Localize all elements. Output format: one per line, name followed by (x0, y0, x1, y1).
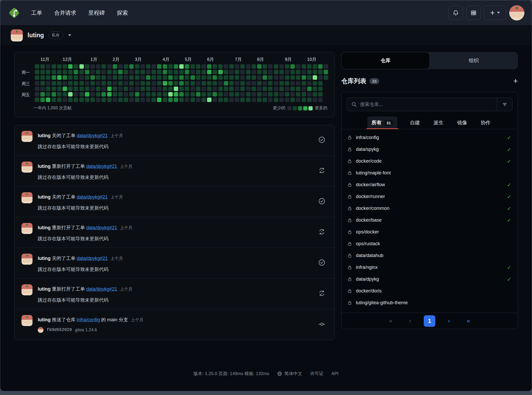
heatmap-cell (63, 81, 67, 86)
heatmap-cell (40, 98, 45, 102)
add-repo-button[interactable]: + (513, 77, 518, 85)
heatmap-cell (57, 98, 62, 102)
heatmap-cell (290, 75, 295, 80)
sidebar-tab-organizations[interactable]: 组织 (430, 52, 518, 69)
heatmap-cell (113, 81, 117, 86)
actor-avatar[interactable] (21, 284, 32, 295)
repo-list-item[interactable]: data/dpykg✓ (341, 273, 518, 285)
heatmap-cell (46, 75, 50, 80)
heatmap-cell (146, 64, 150, 69)
nav-item-0[interactable]: 工单 (31, 9, 42, 17)
repo-list-item[interactable]: infra/nginx✓ (341, 261, 518, 273)
heatmap-cell (246, 92, 251, 97)
heatmap-cell (129, 70, 134, 74)
entry-time: 上个月 (109, 256, 123, 261)
pagination-next-button[interactable]: › (443, 315, 455, 327)
actor-avatar[interactable] (21, 162, 32, 173)
notifications-button[interactable] (448, 6, 463, 20)
repo-name: luting/maple-font (356, 170, 391, 176)
nav-item-3[interactable]: 探索 (117, 9, 128, 17)
repo-filter-button[interactable] (497, 98, 512, 111)
issue-link[interactable]: data/dpykg#21 (86, 225, 117, 230)
actor-name[interactable]: luting (38, 286, 51, 292)
heatmap-cell (185, 87, 189, 91)
issue-link[interactable]: data/dpykg#21 (86, 164, 117, 169)
heatmap-cell (101, 64, 106, 69)
nav-item-2[interactable]: 里程碑 (88, 9, 105, 17)
repo-filter-2[interactable]: 派生 (432, 116, 444, 129)
issue-link[interactable]: data/dpykg#21 (86, 286, 117, 292)
legend-more-label: 更多的 (315, 105, 327, 111)
repo-list-item[interactable]: docker/airflow✓ (341, 179, 518, 191)
actor-avatar[interactable] (21, 192, 32, 203)
heatmap-cell (135, 87, 139, 91)
feed-entry-title: luting 重新打开了工单 data/dpykg#21 上个月 (38, 225, 133, 231)
actor-name[interactable]: luting (38, 256, 51, 261)
heatmap-cell (318, 92, 323, 97)
heatmap-cell (179, 98, 184, 102)
heatmap-cell (113, 92, 117, 97)
gitea-logo-icon[interactable] (8, 6, 21, 19)
repo-link[interactable]: infra/config (77, 317, 100, 322)
actor-name[interactable]: luting (38, 164, 51, 169)
heatmap-cell (196, 64, 200, 69)
repo-list-item[interactable]: docker/base✓ (341, 214, 518, 226)
repo-list-item[interactable]: ops/rustack (341, 238, 518, 250)
repo-list-item[interactable]: infra/config✓ (341, 132, 518, 143)
repo-list-item[interactable]: docker/code✓ (341, 155, 518, 167)
heatmap-cell (218, 75, 223, 80)
issue-link[interactable]: data/dpykg#21 (77, 194, 108, 200)
repo-list-item[interactable]: luting/maple-font (341, 167, 518, 179)
nav-item-1[interactable]: 合并请求 (54, 9, 76, 17)
repo-list-item[interactable]: data/spykg✓ (341, 143, 518, 155)
actor-name[interactable]: luting (38, 317, 51, 322)
actor-name[interactable]: luting (38, 225, 51, 230)
heatmap-cell (207, 81, 211, 86)
repo-filter-4[interactable]: 协作 (480, 116, 492, 129)
actor-avatar[interactable] (21, 315, 32, 326)
repo-filter-0[interactable]: 所有31 (367, 116, 398, 129)
repo-list-item[interactable]: luting/gitea-github-theme (341, 297, 518, 309)
heatmap-cell (213, 92, 217, 97)
pagination-current-page[interactable]: 1 (424, 315, 435, 327)
license-link[interactable]: 许可证 (310, 371, 323, 377)
create-new-button[interactable]: + (484, 6, 506, 20)
actor-name[interactable]: luting (38, 194, 51, 200)
issue-link[interactable]: data/dpykg#21 (77, 256, 108, 261)
actor-avatar[interactable] (21, 131, 32, 142)
repo-search-input[interactable] (360, 102, 497, 107)
repo-list-item[interactable]: docker/common✓ (341, 202, 518, 214)
profile-avatar[interactable] (11, 29, 23, 41)
heatmap-month-label: 12月 (63, 56, 72, 62)
actor-avatar[interactable] (21, 254, 32, 265)
language-switcher[interactable]: 简体中文 (277, 371, 302, 377)
heatmap-cell (124, 92, 128, 97)
sidebar-tab-repositories[interactable]: 仓库 (341, 52, 430, 69)
api-link[interactable]: API (331, 371, 338, 376)
user-avatar[interactable] (509, 5, 524, 20)
heatmap-cell (85, 70, 89, 74)
repo-list-item[interactable]: docker/runner✓ (341, 191, 518, 202)
entry-time: 上个月 (119, 164, 132, 169)
repo-list-item[interactable]: data/datahub (341, 250, 518, 261)
heatmap-cell (229, 92, 234, 97)
heatmap-cell (202, 87, 206, 91)
profile-dropdown-icon[interactable] (68, 34, 71, 36)
feed-entry: luting 关闭了工单 data/dpykg#21 上个月跳过存在版本可能导致… (15, 125, 335, 156)
heatmap-cell (163, 70, 167, 74)
repo-filter-3[interactable]: 镜像 (456, 116, 468, 129)
repo-filter-1[interactable]: 自建 (409, 116, 421, 129)
heatmap-month-label: 10月 (307, 56, 317, 62)
heatmap-cell (63, 87, 67, 91)
actor-name[interactable]: luting (38, 133, 51, 138)
actor-avatar[interactable] (21, 223, 32, 234)
commit-sha-link[interactable]: f69d552029 (47, 328, 72, 332)
heatmap-cell (318, 81, 323, 86)
pagination-last-button[interactable]: » (463, 315, 474, 327)
admin-panel-button[interactable] (466, 6, 481, 20)
repo-list-item[interactable]: docker/doris (341, 285, 518, 297)
lock-icon (347, 206, 352, 211)
repo-list-item[interactable]: ops/docker (341, 226, 518, 238)
heatmap-cell (163, 87, 167, 91)
issue-link[interactable]: data/dpykg#21 (77, 133, 108, 138)
